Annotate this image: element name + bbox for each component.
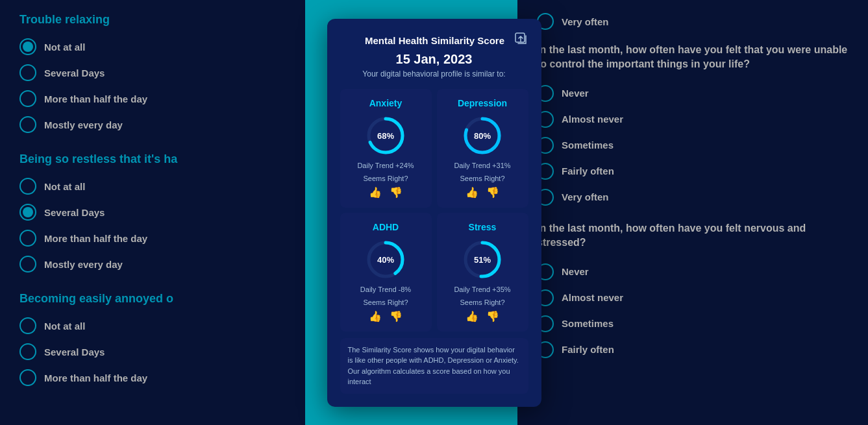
mental-health-modal: Mental Health Similarity Score 15 Jan, 2… xyxy=(327,19,541,407)
modal-subtitle: Your digital behavioral profile is simil… xyxy=(340,69,528,79)
stress-card: Stress 51% Daily Trend +35% Seems Right?… xyxy=(437,213,528,332)
stress-seems-right-label: Seems Right? xyxy=(460,298,504,306)
depression-title: Depression xyxy=(458,98,507,108)
depression-thumbup[interactable]: 👍 xyxy=(465,186,478,199)
depression-seems-right-label: Seems Right? xyxy=(460,175,504,182)
anxiety-seems-right-label: Seems Right? xyxy=(363,175,408,182)
stress-trend: Daily Trend +35% xyxy=(454,285,510,293)
depression-circle: 80% xyxy=(462,115,503,156)
stress-thumbs: 👍 👎 xyxy=(465,310,499,322)
modal-footer: The Similarity Score shows how your digi… xyxy=(340,338,528,394)
stress-thumbup[interactable]: 👍 xyxy=(465,310,478,322)
depression-thumbdown[interactable]: 👎 xyxy=(486,186,499,199)
adhd-thumbs: 👍 👎 xyxy=(369,310,403,322)
stress-circle: 51% xyxy=(462,239,503,280)
anxiety-trend: Daily Trend +24% xyxy=(357,162,414,169)
depression-card: Depression 80% Daily Trend +31% Seems Ri… xyxy=(437,89,528,208)
stress-title: Stress xyxy=(469,222,497,232)
adhd-percent: 40% xyxy=(377,254,394,264)
anxiety-thumbdown[interactable]: 👎 xyxy=(390,186,403,199)
anxiety-percent: 68% xyxy=(377,130,394,140)
stress-percent: 51% xyxy=(474,254,491,264)
adhd-card: ADHD 40% Daily Trend -8% Seems Right? 👍 … xyxy=(340,213,432,332)
anxiety-card: Anxiety 68% Daily Trend +24% Seems Right… xyxy=(340,89,432,208)
adhd-thumbup[interactable]: 👍 xyxy=(369,310,382,322)
depression-thumbs: 👍 👎 xyxy=(465,186,499,199)
anxiety-thumbs: 👍 👎 xyxy=(369,186,403,199)
adhd-thumbdown[interactable]: 👎 xyxy=(390,310,403,322)
modal-header: Mental Health Similarity Score xyxy=(340,32,528,49)
modal-overlay: Mental Health Similarity Score 15 Jan, 2… xyxy=(0,0,868,425)
export-icon[interactable] xyxy=(514,32,528,49)
stress-thumbdown[interactable]: 👎 xyxy=(486,310,499,322)
adhd-title: ADHD xyxy=(373,222,399,232)
adhd-trend: Daily Trend -8% xyxy=(360,285,411,293)
scores-grid: Anxiety 68% Daily Trend +24% Seems Right… xyxy=(340,89,528,332)
adhd-circle: 40% xyxy=(365,239,406,280)
modal-date: 15 Jan, 2023 xyxy=(340,52,528,67)
modal-title: Mental Health Similarity Score xyxy=(356,35,514,46)
anxiety-circle: 68% xyxy=(365,115,406,156)
depression-percent: 80% xyxy=(474,130,491,140)
depression-trend: Daily Trend +31% xyxy=(454,162,510,169)
anxiety-title: Anxiety xyxy=(369,98,403,108)
anxiety-thumbup[interactable]: 👍 xyxy=(369,186,382,199)
adhd-seems-right-label: Seems Right? xyxy=(363,298,408,306)
